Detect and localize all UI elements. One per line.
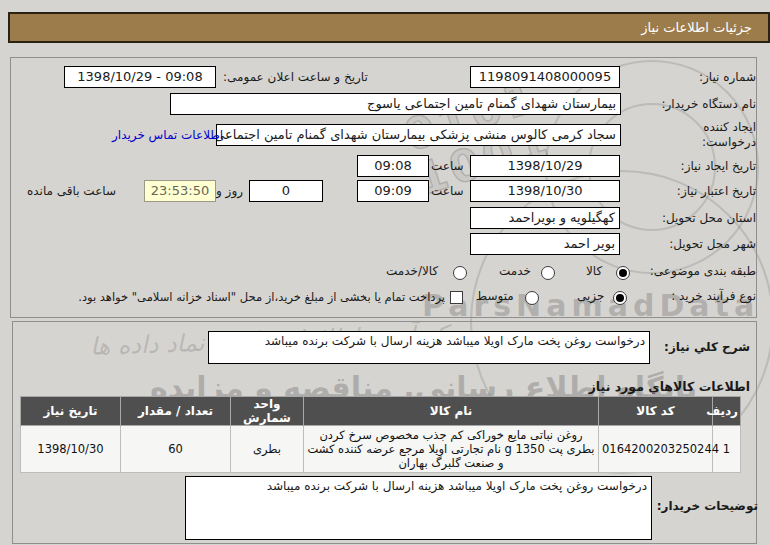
process-option-minor: جزیی — [577, 289, 604, 303]
creation-date-field[interactable]: 1398/10/29 — [470, 155, 620, 177]
countdown-timer: 23:53:50 — [144, 180, 216, 202]
need-details-page: 0101 1001 ParsNamadData مرکز آوری اطلاعا… — [0, 0, 770, 545]
cell-item-code: 0164200203250244 — [599, 426, 713, 473]
col-quantity: تعداد / مقدار — [121, 397, 231, 426]
validity-date-field[interactable]: 1398/10/30 — [470, 180, 620, 202]
delivery-city-label: شهر محل تحویل: — [669, 237, 756, 251]
table-row[interactable]: 1 0164200203250244 روغن نباتی مایع خوراک… — [21, 426, 741, 473]
process-radio-minor[interactable] — [613, 291, 627, 305]
cell-count-unit: بطری — [231, 426, 304, 473]
need-number-field[interactable]: 1198091408000095 — [470, 66, 620, 88]
col-item-name: نام کالا — [304, 397, 599, 426]
delivery-city-field[interactable]: بویر احمد — [470, 233, 620, 255]
general-description-label: شرح كلي نياز: — [664, 340, 750, 354]
col-item-code: کد کالا — [599, 397, 713, 426]
creation-hour-label: ساعت — [431, 159, 464, 173]
need-number-label: شماره نیاز: — [699, 70, 756, 84]
request-creator-label: ایجاد کننده درخواست: — [674, 120, 756, 150]
cell-item-name: روغن نباتی مایع خوراکی کم جذب مخصوص سرخ … — [304, 426, 599, 473]
general-description-field[interactable]: درخواست روغن پخت مارک اویلا میباشد هزینه… — [208, 331, 650, 364]
buyer-notes-label: توضيحات خريدار: — [657, 499, 758, 513]
delivery-province-label: استان محل تحویل: — [662, 211, 756, 225]
col-count-unit: واحد شمارش — [231, 397, 304, 426]
announce-datetime-label: تاریخ و ساعت اعلان عمومی: — [223, 70, 368, 84]
buyer-notes-field[interactable]: درخواست روغن پخت مارک اویلا میباشد هزینه… — [185, 476, 652, 540]
delivery-province-field[interactable]: کهگیلویه و بویراحمد — [470, 207, 620, 229]
classification-option-goods: کالا — [586, 264, 602, 278]
days-remaining-field[interactable]: 0 — [249, 180, 323, 202]
cell-need-date: 1398/10/30 — [21, 426, 121, 473]
classification-radio-goods[interactable] — [616, 266, 630, 280]
hours-remaining-label: ساعت باقی مانده — [27, 184, 116, 198]
classification-radio-goods-service[interactable] — [453, 266, 467, 280]
validity-date-label: تاریخ اعتبار نیاز: — [677, 184, 756, 198]
creation-time-field[interactable]: 09:08 — [357, 155, 429, 177]
treasury-payment-label: پرداخت تمام یا بخشی از مبلغ خرید،از محل … — [78, 290, 445, 304]
classification-radio-service[interactable] — [541, 266, 555, 280]
buyer-contact-link[interactable]: اطلاعات تماس خریدار — [112, 128, 223, 142]
page-title: جزئیات اطلاعات نیاز — [8, 12, 770, 43]
items-table: ردیف کد کالا نام کالا واحد شمارش تعداد /… — [20, 396, 741, 473]
creation-date-label: تاریخ ایجاد نیاز: — [681, 159, 756, 173]
classification-label: طبقه بندی موضوعی: — [650, 264, 756, 278]
days-and-label: روز و — [216, 184, 243, 198]
process-radio-medium[interactable] — [525, 291, 539, 305]
treasury-payment-checkbox[interactable] — [450, 291, 463, 304]
process-type-label: نوع فرآیند خرید : — [671, 289, 756, 303]
items-table-header-row: ردیف کد کالا نام کالا واحد شمارش تعداد /… — [21, 397, 741, 426]
classification-option-goods-service: کالا/خدمت — [386, 264, 438, 278]
validity-time-field[interactable]: 09:09 — [357, 180, 429, 202]
items-section-heading: اطلاعات کالاهاي مورد نياز — [589, 379, 750, 394]
col-row-number: ردیف — [713, 397, 741, 426]
validity-hour-label: ساعت — [431, 184, 464, 198]
announce-datetime-field[interactable]: 1398/10/29 - 09:08 — [64, 66, 216, 88]
process-option-medium: متوسط — [476, 289, 514, 303]
request-creator-field[interactable]: سجاد کرمی کالوس منشی پزشکی بیمارستان شهد… — [216, 124, 621, 146]
buyer-org-field[interactable]: بیمارستان شهدای گمنام تامین اجتماعی یاسو… — [170, 93, 621, 115]
buyer-org-label: نام دستگاه خریدار: — [662, 97, 757, 111]
classification-option-service: خدمت — [499, 264, 531, 278]
cell-quantity: 60 — [121, 426, 231, 473]
col-need-date: تاریخ نیاز — [21, 397, 121, 426]
